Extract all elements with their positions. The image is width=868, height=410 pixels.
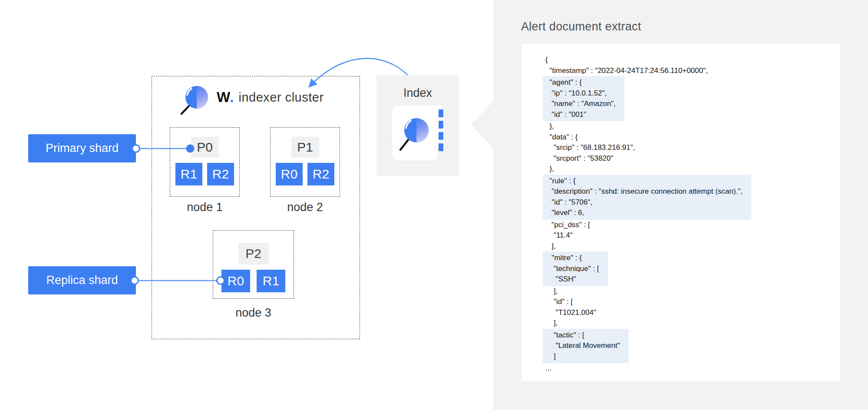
cluster-title: indexer cluster [239, 90, 324, 105]
node-1-label: node 1 [170, 201, 240, 214]
replica-shard-label: Replica shard [28, 266, 136, 294]
json-line: "11.4" [545, 230, 751, 241]
replica-shard-r0: R0 [276, 163, 303, 185]
replica-shard-r2b: R2 [307, 163, 334, 185]
primary-shard-p2: P2 [238, 243, 269, 265]
replica-shard-r2: R2 [207, 163, 234, 185]
json-code: { "timestamp" : "2022-04-24T17:24:56.110… [545, 55, 751, 374]
highlight-block: "agent" : { "ip" : "10.0.1.52", "name" :… [543, 76, 624, 121]
json-line: ], [545, 241, 751, 252]
magnifier-icon [179, 79, 212, 116]
json-line: "Lateral Movement" [545, 341, 620, 351]
json-line: "ip" : "10.0.1.52", [545, 88, 616, 99]
index-label: Index [376, 86, 459, 100]
json-line: "pci_dss" : [ [545, 220, 751, 231]
highlight-block: "mitre" : { "technique" : [ "SSH" [543, 251, 608, 286]
json-line: ... [545, 363, 751, 374]
brand-dot: . [230, 89, 234, 105]
alert-panel: Alert document extract { "timestamp" : "… [494, 0, 868, 410]
highlight-block: "rule" : { "description" : "sshd: insecu… [543, 175, 751, 220]
json-line: ], [545, 286, 751, 297]
diagram-canvas: Primary shard Replica shard W. indexer c… [0, 0, 868, 410]
json-line: "data" : { [545, 132, 751, 143]
json-line: "agent" : { [545, 77, 616, 88]
primary-shard-p1: P1 [291, 137, 319, 158]
highlight-block: "tactic" : [ "Lateral Movement" ] [543, 329, 629, 364]
node-2-box: P1 R0 R2 [270, 127, 340, 197]
json-line: "id" : [ [545, 297, 751, 308]
json-line: "SSH" [545, 274, 599, 285]
json-line: "srcport" : "53820" [545, 153, 751, 164]
panel-pointer [471, 100, 494, 149]
replica-shard-r1: R1 [175, 163, 202, 185]
json-line: "timestamp" : "2022-04-24T17:24:56.110+0… [545, 66, 751, 76]
primary-shard-p0: P0 [191, 137, 219, 158]
cluster-header: W. indexer cluster [179, 79, 324, 116]
json-line: ] [545, 351, 620, 362]
json-line: "id" : "001" [545, 109, 616, 120]
index-document-card [392, 106, 444, 161]
brand-wordmark: W. [217, 89, 234, 106]
json-line: ], [545, 318, 751, 329]
json-line: }, [545, 164, 751, 175]
json-line: "level" : 6, [545, 208, 743, 218]
node-3-box: P2 R0 R1 [213, 230, 294, 299]
json-line: "id" : "5706", [545, 197, 743, 208]
magnifier-icon [396, 112, 431, 152]
replica-shard-r1b: R1 [257, 270, 285, 292]
alert-document-card: { "timestamp" : "2022-04-24T17:24:56.110… [522, 43, 840, 381]
json-line: "description" : "sshd: insecure connecti… [545, 186, 743, 197]
index-box: Index [376, 75, 459, 176]
json-line: "tactic" : [ [545, 330, 620, 341]
json-line: "rule" : { [545, 176, 743, 187]
panel-title: Alert document extract [521, 20, 641, 33]
node-1-box: P0 R1 R2 [170, 127, 240, 197]
index-dashed-strip [439, 109, 443, 151]
json-line: "technique" : [ [545, 264, 599, 274]
json-line: "mitre" : { [545, 253, 599, 264]
node-3-label: node 3 [218, 306, 288, 320]
node-2-label: node 2 [270, 201, 340, 214]
replica-shard-r0b: R0 [221, 270, 250, 292]
json-line: "srcip" : "68.183.216.91", [545, 142, 751, 153]
json-line: "T1021.004" [545, 308, 751, 318]
json-line: }, [545, 121, 751, 132]
primary-shard-label: Primary shard [28, 134, 136, 162]
json-line: { [545, 55, 751, 66]
json-line: "name" : "Amazon", [545, 99, 616, 109]
